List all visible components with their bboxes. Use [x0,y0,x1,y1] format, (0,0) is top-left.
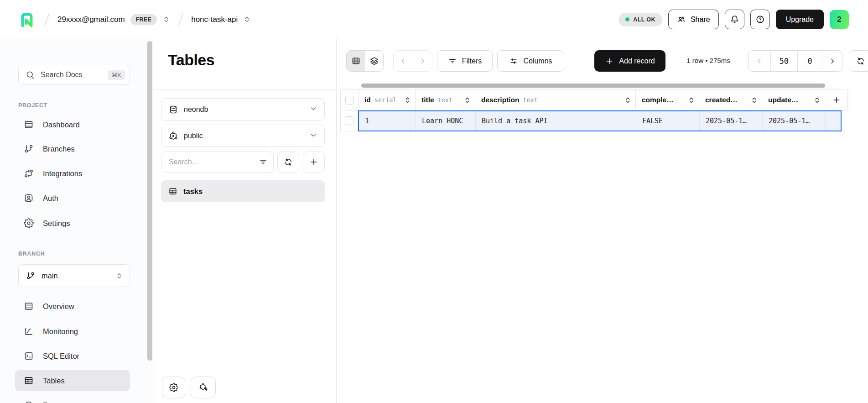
filter-icon[interactable] [259,157,268,167]
status-badge[interactable]: ALL OK [619,13,662,26]
notification-count-badge[interactable]: 2 [830,10,849,29]
page-size-value[interactable]: 50 [770,51,797,71]
status-label: ALL OK [633,16,655,23]
sidebar-item-auth[interactable]: Auth [15,188,130,209]
query-stats: 1 row • 275ms [670,57,747,64]
cell-description[interactable]: Build a task API [476,111,636,131]
share-button[interactable]: Share [668,10,719,29]
columns-button[interactable]: Columns [497,50,564,72]
data-grid-area: Filters Columns Add record 1 row • 275ms… [337,39,868,403]
gear-icon [24,218,34,228]
schema-select[interactable]: public [161,125,325,147]
page-prev-button[interactable] [748,51,770,71]
refresh-icon [284,157,293,167]
database-select[interactable]: neondb [161,98,325,121]
plus-icon [605,57,614,66]
column-header-created[interactable]: created… [699,90,762,110]
column-header-completed[interactable]: comple… [636,90,699,110]
help-button[interactable] [750,10,770,29]
search-icon [26,70,35,79]
row-checkbox-cell [340,110,358,131]
sliders-icon [509,57,518,66]
sidebar-item-dashboard[interactable]: Dashboard [15,114,130,135]
grid-view-button[interactable] [347,51,365,71]
share-users-icon [677,15,686,24]
column-header-description[interactable]: description text [475,90,636,110]
page-next-button[interactable] [822,51,842,71]
account-name[interactable]: 29xxxx@gmail.com [57,15,125,24]
table-icon [168,187,177,196]
add-column-button[interactable] [825,90,848,110]
chevron-left-icon [399,57,407,65]
notifications-button[interactable] [725,10,744,29]
column-header-title[interactable]: title text [416,90,475,110]
refresh-tables-button[interactable] [277,152,299,173]
breadcrumb-separator [44,13,50,26]
horizontal-scrollbar-thumb[interactable] [361,84,825,88]
add-record-button[interactable]: Add record [594,50,665,72]
sidebar-item-settings[interactable]: Settings [15,213,130,234]
project-name[interactable]: honc-task-api [191,15,238,24]
sort-icon [814,96,820,104]
plus-icon [832,95,841,105]
sidebar-item-overview[interactable]: Overview [15,296,130,317]
select-all-cell [341,90,359,110]
row-checkbox[interactable] [345,116,353,125]
bell-icon [730,15,739,24]
chevron-left-icon [755,57,764,65]
database-icon [169,105,178,114]
cell-id[interactable]: 1 [359,111,416,131]
filters-button[interactable]: Filters [437,50,493,72]
cell-created[interactable]: 2025-05-1… [700,111,763,131]
page-offset-value[interactable]: 0 [797,51,822,71]
sidebar-item-restore[interactable]: Restore [15,395,130,403]
project-selector[interactable] [243,16,251,23]
grid-view-icon [351,56,361,66]
sidebar-item-integrations[interactable]: Integrations [15,163,130,184]
column-header-updated[interactable]: update… [762,90,825,110]
column-header-id[interactable]: id serial [359,90,416,110]
dashboard-icon [24,120,34,130]
neon-logo-icon[interactable] [17,10,36,29]
page-title: Tables [168,51,214,69]
search-docs-label: Search Docs [41,71,83,79]
upgrade-button[interactable]: Upgrade [776,10,824,29]
refresh-grid-button[interactable] [850,50,868,72]
sort-icon [405,96,411,104]
gear-icon [169,383,178,392]
sidebar-item-monitoring[interactable]: Monitoring [15,321,130,342]
sort-icon [625,96,631,104]
overview-icon [24,301,34,311]
forward-button[interactable] [413,51,432,71]
table-icon [24,376,34,386]
table-search-input[interactable] [169,158,259,166]
back-button[interactable] [394,51,413,71]
chevron-down-icon [309,131,318,141]
search-docs-button[interactable]: Search Docs ⌘K [18,65,130,85]
table-list-item-tasks[interactable]: tasks [161,180,325,202]
branch-icon [24,144,34,154]
branch-selector[interactable]: main [18,264,130,287]
table-settings-button[interactable] [162,377,185,398]
sidebar-item-tables[interactable]: Tables [15,370,130,391]
cell-title[interactable]: Learn HONC [416,111,476,131]
sidebar-item-sql-editor[interactable]: SQL Editor [15,345,130,366]
account-selector[interactable] [162,16,170,23]
layers-icon [369,56,379,66]
chevron-right-icon [828,57,837,65]
sidebar-item-branches[interactable]: Branches [15,138,130,159]
branch-section-label: BRANCH [18,251,45,257]
cell-completed[interactable]: FALSE [636,111,700,131]
shortcut-badge: ⌘K [108,70,125,80]
sidebar-scrollbar-thumb[interactable] [147,41,152,361]
branch-icon [26,271,35,280]
breadcrumb: 29xxxx@gmail.com FREE honc-task-api [17,10,251,29]
plus-icon [309,157,318,167]
sort-icon [751,96,757,104]
layers-view-button[interactable] [365,51,383,71]
export-schema-button[interactable] [191,377,216,398]
table-row[interactable]: 1 Learn HONC Build a task API FALSE 2025… [358,110,842,131]
add-table-button[interactable] [303,152,325,173]
select-all-checkbox[interactable] [345,96,354,105]
cell-updated[interactable]: 2025-05-1… [763,111,826,131]
